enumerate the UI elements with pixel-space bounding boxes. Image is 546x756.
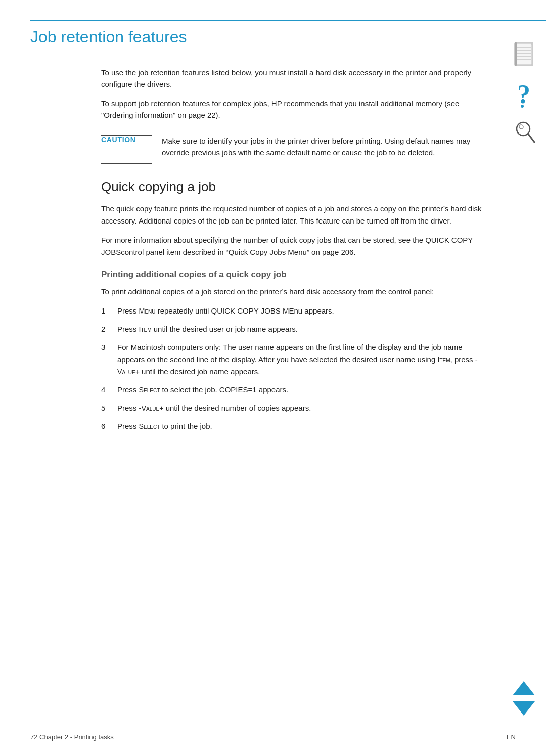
caution-block: CAUTION Make sure to identify your jobs … [101,135,485,164]
step-5-text: Press -Value+ until the desired number o… [117,402,485,414]
magnifier-icon [513,119,535,146]
caution-line-top [101,135,152,136]
step-4-num: 4 [101,384,117,396]
sub-intro-text: To print additional copies of a job stor… [101,286,485,298]
page-container: Job retention features ? [0,0,546,756]
step-1: 1 Press Menu repeatedly until QUICK COPY… [101,305,485,317]
arrow-up-icon[interactable] [513,681,535,695]
steps-list: 1 Press Menu repeatedly until QUICK COPY… [101,305,485,432]
intro-para-2: To support job retention features for co… [101,98,485,121]
step-4: 4 Press Select to select the job. COPIES… [101,384,485,396]
step-6-num: 6 [101,420,117,432]
svg-rect-1 [516,43,532,65]
step-3-item: Item [437,355,450,364]
step-2: 2 Press Item until the desired user or j… [101,323,485,335]
page-title: Job retention features [30,20,546,51]
quick-copy-para1: The quick copy feature prints the reques… [101,203,485,227]
step-2-text: Press Item until the desired user or job… [117,323,485,335]
bottom-navigation-arrows[interactable] [513,681,535,716]
step-5-num: 5 [101,402,117,414]
svg-point-9 [521,105,524,108]
quick-copy-para2-suffix: control panel item described in “Quick C… [121,248,355,256]
caution-label: CAUTION [101,136,136,144]
svg-rect-7 [515,42,517,66]
sidebar-icons: ? [512,40,537,146]
svg-point-12 [519,125,523,129]
svg-text:?: ? [517,80,530,108]
step-3-num: 3 [101,341,117,378]
content-area: To use the job retention features listed… [101,67,485,432]
step-3: 3 For Macintosh computers only: The user… [101,341,485,378]
step-5: 5 Press -Value+ until the desired number… [101,402,485,414]
step-2-item: Item [139,325,152,333]
step-6: 6 Press Select to print the job. [101,420,485,432]
step-1-nu: nu [294,306,303,315]
step-6-select: Select [139,422,160,430]
step-5-value: Value+ [142,404,164,412]
step-1-num: 1 [101,305,117,317]
caution-text: Make sure to identify your jobs in the p… [162,135,485,164]
step-4-text: Press Select to select the job. COPIES=1… [117,384,485,396]
footer-left: 72 Chapter 2 - Printing tasks [30,733,114,741]
subsection-heading-printing: Printing additional copies of a quick co… [101,270,485,280]
page-footer: 72 Chapter 2 - Printing tasks EN [30,728,516,741]
section-heading-quick-copy: Quick copying a job [101,179,485,195]
step-2-num: 2 [101,323,117,335]
step-1-menu: Menu [139,307,156,315]
question-icon: ? [513,80,535,108]
step-3-text: For Macintosh computers only: The user n… [117,341,485,378]
intro-para-1: To use the job retention features listed… [101,67,485,91]
step-1-text: Press Menu repeatedly until QUICK COPY J… [117,305,485,317]
footer-right: EN [507,733,516,741]
quick-copy-para2-s: S [116,248,121,256]
caution-line-bottom [101,163,152,164]
step-6-text: Press Select to print the job. [117,420,485,432]
caution-label-col: CAUTION [101,135,162,164]
quick-copy-para2: For more information about specifying th… [101,234,485,258]
step-3-value: Value+ [117,368,140,376]
svg-line-11 [528,134,534,142]
book-icon [512,40,537,69]
arrow-down-icon[interactable] [513,701,535,716]
step-4-select: Select [139,386,160,394]
